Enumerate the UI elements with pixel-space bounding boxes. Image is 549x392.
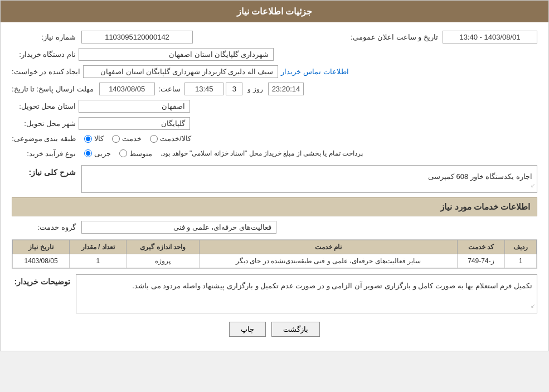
notice-number-label: شماره نیاز:	[12, 33, 79, 41]
category-radio-group: کالا/خدمت خدمت کالا	[84, 134, 191, 143]
table-cell-name: سایر فعالیت‌های حرفه‌ای، علمی و فنی طبقه…	[200, 254, 458, 268]
table-header-name: نام خدمت	[200, 240, 458, 254]
table-header-unit: واحد اندازه گیری	[127, 240, 200, 254]
table-cell-date: 1403/08/05	[13, 254, 70, 268]
category-label: طبقه بندی موضوعی:	[12, 134, 79, 143]
deadline-time-label: ساعت:	[157, 85, 183, 93]
category-radio-kala-khedmat[interactable]	[150, 135, 158, 143]
contact-link[interactable]: اطلاعات تماس خریدار	[281, 67, 348, 76]
table-row: 1ز-74-749سایر فعالیت‌های حرفه‌ای، علمی و…	[13, 254, 537, 268]
services-section-header: اطلاعات خدمات مورد نیاز	[12, 197, 537, 216]
creator-value: سیف اله دلیری کاربرداز شهرداری گلپایگان …	[83, 65, 278, 78]
category-option-khedmat[interactable]: خدمت	[112, 134, 142, 143]
table-header-quantity: تعداد / مقدار	[70, 240, 127, 254]
print-button[interactable]: چاپ	[229, 322, 266, 337]
services-section-title: اطلاعات خدمات مورد نیاز	[440, 202, 530, 211]
remaining-days-value: 3	[226, 83, 242, 95]
description-section-title: شرح کلی نیاز:	[12, 165, 79, 177]
purchase-option-motavaset[interactable]: متوسط	[119, 149, 152, 158]
category-radio-khedmat[interactable]	[112, 135, 120, 143]
deadline-label: مهلت ارسال پاسخ: تا تاریخ:	[12, 85, 96, 93]
category-option-kala[interactable]: کالا	[84, 134, 104, 143]
service-group-value: فعالیت‌های حرفه‌ای، علمی و فنی	[81, 221, 276, 234]
services-table: ردیف کد خدمت نام خدمت واحد اندازه گیری ت…	[12, 239, 537, 269]
purchase-note: پرداخت تمام یا بخشی از مبلغ خریداز محل "…	[158, 147, 366, 159]
table-header-code: کد خدمت	[457, 240, 504, 254]
city-value: گلپایگان	[79, 117, 190, 130]
category-option-label-kala: کالا	[94, 134, 104, 143]
table-header-date: تاریخ نیاز	[13, 240, 70, 254]
purchase-option-jozi[interactable]: جزیی	[84, 149, 111, 158]
announce-date-label: تاریخ و ساعت اعلان عمومی:	[349, 33, 440, 41]
creator-label: ایجاد کننده در خواست:	[12, 67, 83, 76]
table-cell-row: 1	[505, 254, 537, 268]
purchase-option-label-jozi: جزیی	[94, 149, 111, 158]
remarks-value: تکمیل فرم استعلام بها به صورت کامل و بار…	[132, 282, 532, 290]
announce-date-value: 1403/08/01 - 13:40	[443, 31, 537, 43]
category-option-kala-khedmat[interactable]: کالا/خدمت	[150, 134, 191, 143]
table-cell-quantity: 1	[70, 254, 127, 268]
province-label: استان محل تحویل:	[12, 102, 79, 110]
buyer-org-value: شهرداری گلپایگان استان اصفهان	[79, 48, 274, 61]
service-group-label: گروه خدمت:	[12, 223, 79, 231]
table-cell-code: ز-74-749	[457, 254, 504, 268]
deadline-time-value: 13:45	[184, 83, 224, 95]
page-header: جزئیات اطلاعات نیاز	[1, 1, 548, 22]
remarks-label: توضیحات خریدار:	[12, 274, 73, 286]
remaining-time-label: روز و	[245, 85, 265, 93]
action-buttons: بازگشت چاپ	[12, 322, 537, 337]
purchase-radio-jozi[interactable]	[84, 149, 92, 157]
table-cell-unit: پروژه	[127, 254, 200, 268]
purchase-radio-group: متوسط جزیی	[84, 149, 152, 158]
category-radio-kala[interactable]	[84, 135, 92, 143]
page-title: جزئیات اطلاعات نیاز	[237, 7, 313, 16]
category-option-label-kala-khedmat: کالا/خدمت	[160, 134, 191, 143]
deadline-date-value: 1403/08/05	[99, 83, 155, 95]
back-button[interactable]: بازگشت	[271, 322, 320, 337]
purchase-type-label: نوع فرآیند خرید:	[12, 149, 79, 158]
purchase-option-label-motavaset: متوسط	[129, 149, 152, 158]
purchase-radio-motavaset[interactable]	[119, 149, 127, 157]
category-option-label-khedmat: خدمت	[122, 134, 142, 143]
notice-number-value: 1103095120000142	[81, 31, 193, 43]
table-header-row: ردیف	[505, 240, 537, 254]
remaining-time-value: 23:20:14	[268, 83, 304, 95]
city-label: شهر محل تحویل:	[12, 119, 79, 128]
description-value: اجاره یکدستگاه خاور 608 کمپرسی	[428, 172, 532, 181]
buyer-org-label: نام دستگاه خریدار:	[12, 50, 79, 59]
province-value: اصفهان	[79, 100, 190, 113]
